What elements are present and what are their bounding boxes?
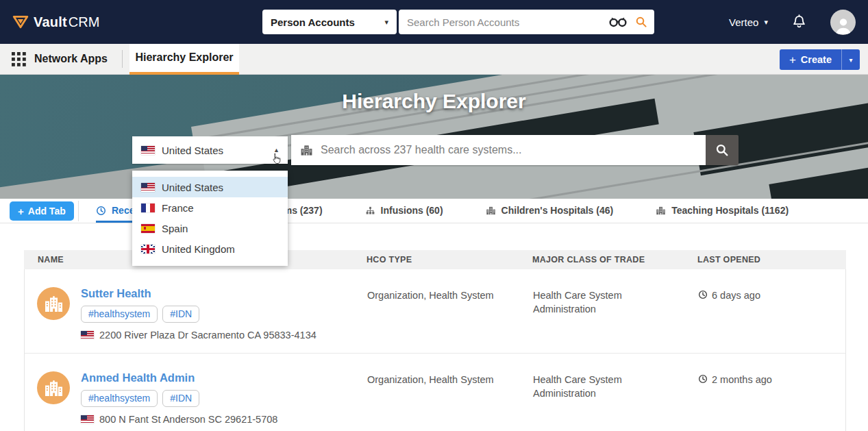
hashtag-chip[interactable]: #healthsystem xyxy=(81,306,158,323)
major-class-cell: Health Care System Administration xyxy=(519,269,684,353)
column-header[interactable]: HCO TYPE xyxy=(353,255,519,264)
brand-vault: Vault xyxy=(34,14,67,29)
create-button[interactable]: + Create xyxy=(780,49,841,70)
hco-avatar-icon xyxy=(37,371,70,404)
tab-hierarchy-explorer[interactable]: Hierarchy Explorer xyxy=(129,44,239,75)
hero-banner: Hierarchy Explorer United States ▲ Unite… xyxy=(0,75,868,199)
user-avatar[interactable] xyxy=(830,10,856,35)
hco-avatar-icon xyxy=(37,287,70,320)
global-search-input[interactable] xyxy=(407,16,609,28)
country-option-label: Spain xyxy=(162,223,188,234)
country-option-label: France xyxy=(162,202,194,214)
name-column-content: Anmed Health Admin #healthsystem#IDN 800… xyxy=(81,371,277,431)
org-menu[interactable]: Verteo ▾ xyxy=(729,16,768,28)
search-icon[interactable] xyxy=(635,16,647,28)
flag-icon xyxy=(141,204,155,212)
divider xyxy=(78,201,79,221)
major-class-cell: Health Care System Administration xyxy=(519,354,684,431)
create-button-group: + Create ▾ xyxy=(780,49,860,70)
hco-address: 2200 River Plaza Dr Sacramento CA 95833-… xyxy=(81,330,317,341)
results-tab-label: Infusions (60) xyxy=(381,205,443,216)
chevron-down-icon: ▾ xyxy=(764,18,768,27)
name-column-content: Sutter Health #healthsystem#IDN 2200 Riv… xyxy=(81,287,317,353)
tag-list: #healthsystem#IDN xyxy=(81,390,277,407)
name-cell: Sutter Health #healthsystem#IDN 2200 Riv… xyxy=(25,269,354,353)
results-tab-bar: + Add Tab Recent Health Care Systems (23… xyxy=(0,199,868,223)
page-title: Hierarchy Explorer xyxy=(0,90,868,113)
add-tab-label: Add Tab xyxy=(28,206,66,217)
hco-address: 800 N Fant St Anderson SC 29621-5708 xyxy=(81,414,277,425)
hco-name-link[interactable]: Anmed Health Admin xyxy=(81,371,195,384)
hco-address-text: 800 N Fant St Anderson SC 29621-5708 xyxy=(99,414,277,425)
country-option[interactable]: Spain xyxy=(132,218,288,238)
brand-vault-text: VaultCRM xyxy=(34,14,99,30)
org-name: Verteo xyxy=(729,16,758,28)
results-tab[interactable]: Infusions (60) xyxy=(365,199,443,223)
tab-icon xyxy=(486,206,496,216)
country-select-value: United States xyxy=(162,145,266,156)
object-selector-dropdown[interactable]: Person Accounts ▾ xyxy=(262,10,397,34)
country-dropdown-menu: United States France Spain United Kingdo… xyxy=(132,171,288,266)
column-header[interactable]: LAST OPENED xyxy=(684,255,846,264)
tag-list: #healthsystem#IDN xyxy=(81,306,317,323)
hashtag-chip[interactable]: #IDN xyxy=(162,306,199,323)
plus-icon: + xyxy=(789,54,796,66)
hco-results-table: NAME HCO TYPE MAJOR CLASS OF TRADE LAST … xyxy=(24,250,846,431)
hospital-icon xyxy=(300,144,313,157)
country-option[interactable]: United Kingdom xyxy=(132,238,288,259)
us-flag-icon xyxy=(81,415,94,423)
network-apps-grid-icon[interactable] xyxy=(12,52,26,66)
notifications-bell-icon[interactable] xyxy=(791,14,807,30)
brand-crm: CRM xyxy=(69,14,100,29)
results-tab-label: Children's Hospitals (46) xyxy=(501,205,614,216)
hco-address-text: 2200 River Plaza Dr Sacramento CA 95833-… xyxy=(99,330,317,341)
flag-icon xyxy=(141,183,155,192)
us-flag-icon xyxy=(81,331,94,339)
tab-icon xyxy=(96,206,106,216)
table-body: Sutter Health #healthsystem#IDN 2200 Riv… xyxy=(24,269,846,431)
table-row[interactable]: Anmed Health Admin #healthsystem#IDN 800… xyxy=(25,353,845,431)
country-option[interactable]: United States xyxy=(132,177,288,197)
search-icon xyxy=(715,143,729,157)
binoculars-icon[interactable] xyxy=(609,16,627,28)
tab-icon xyxy=(365,206,375,216)
last-opened-text: 2 months ago xyxy=(712,373,772,386)
hashtag-chip[interactable]: #IDN xyxy=(162,390,199,407)
create-dropdown-button[interactable]: ▾ xyxy=(841,49,860,70)
flag-icon xyxy=(141,245,155,254)
hco-type-cell: Organization, Health System xyxy=(354,269,519,353)
last-opened-cell: 2 months ago xyxy=(684,354,845,431)
country-option[interactable]: France xyxy=(132,197,288,218)
results-tab-label: Teaching Hospitals (1162) xyxy=(671,205,789,216)
country-option-label: United Kingdom xyxy=(162,243,235,255)
country-option-label: United States xyxy=(162,182,223,193)
name-cell: Anmed Health Admin #healthsystem#IDN 800… xyxy=(25,354,354,431)
vaultcrm-logo[interactable]: VaultCRM xyxy=(12,0,99,44)
country-select[interactable]: United States ▲ xyxy=(132,136,288,164)
tab-hierarchy-explorer-label: Hierarchy Explorer xyxy=(135,51,233,64)
add-tab-button[interactable]: + Add Tab xyxy=(10,201,74,221)
table-row[interactable]: Sutter Health #healthsystem#IDN 2200 Riv… xyxy=(25,269,845,353)
last-opened-text: 6 days ago xyxy=(712,288,760,302)
vault-v-icon xyxy=(12,15,29,29)
hero-search-field xyxy=(291,135,706,165)
hashtag-chip[interactable]: #healthsystem xyxy=(81,390,158,407)
object-selector-value: Person Accounts xyxy=(271,16,384,28)
column-header[interactable]: MAJOR CLASS OF TRADE xyxy=(519,255,684,264)
divider xyxy=(122,50,123,68)
results-tab[interactable]: Children's Hospitals (46) xyxy=(486,199,614,223)
last-opened-cell: 6 days ago xyxy=(684,269,845,353)
hco-type-cell: Organization, Health System xyxy=(354,354,519,431)
us-flag-icon xyxy=(141,146,155,155)
mouse-cursor-hand xyxy=(269,151,283,167)
create-button-label: Create xyxy=(801,54,832,65)
chevron-down-icon: ▾ xyxy=(384,18,388,27)
hco-name-link[interactable]: Sutter Health xyxy=(81,287,151,300)
network-apps-label[interactable]: Network Apps xyxy=(34,53,108,65)
global-search-box xyxy=(399,10,654,34)
plus-icon: + xyxy=(18,206,24,217)
results-tab[interactable]: Teaching Hospitals (1162) xyxy=(656,199,789,223)
top-nav-bar: VaultCRM Person Accounts ▾ Verteo ▾ xyxy=(0,0,868,44)
hero-search-button[interactable] xyxy=(706,135,739,165)
hero-search-input[interactable] xyxy=(321,144,699,156)
